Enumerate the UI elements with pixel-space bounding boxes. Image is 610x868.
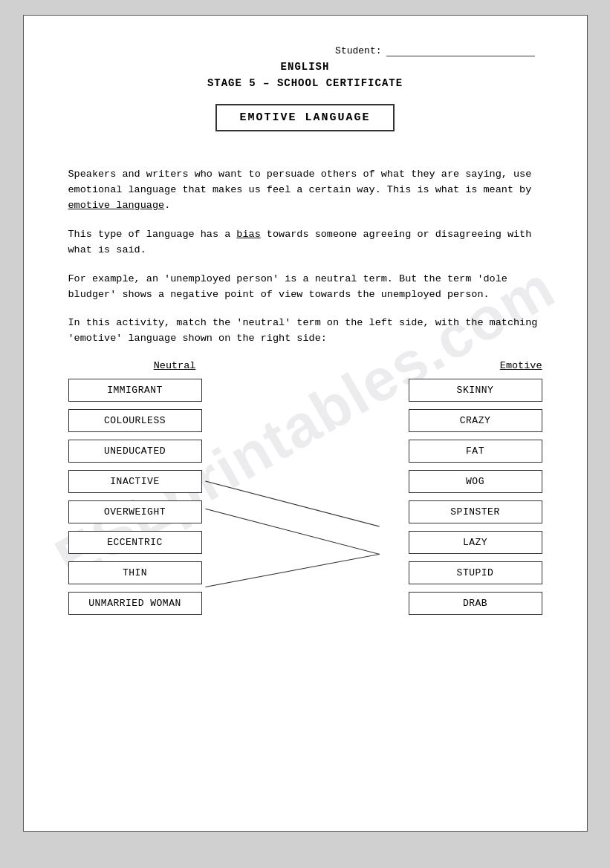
bias-underline: bias [236, 229, 260, 240]
neutral-word-uneducated: UNEDUCATED [68, 440, 202, 463]
emotive-word-spinster: SPINSTER [409, 500, 542, 523]
neutral-word-immigrant: IMMIGRANT [68, 379, 202, 402]
emotive-word-wog: WOG [409, 470, 542, 493]
neutral-word-eccentric: ECCENTRIC [68, 531, 202, 554]
emotive-word-stupid: STUPID [409, 561, 542, 584]
neutral-word-colourless: COLOURLESS [68, 409, 202, 432]
stage-title: STAGE 5 – SCHOOL CERTIFICATE [68, 77, 542, 89]
student-label: Student: [335, 45, 381, 56]
neutral-word-thin: THIN [68, 561, 202, 584]
subject-title: ENGLISH [68, 61, 542, 73]
emotive-word-drab: DRAB [409, 592, 542, 615]
emotive-word-crazy: CRAZY [409, 409, 542, 432]
emotive-column: Emotive SKINNY CRAZY FAT WOG SPINSTER LA… [328, 360, 542, 622]
matching-area: Neutral IMMIGRANT COLOURLESS UNEDUCATED … [68, 360, 542, 622]
paragraph-4: In this activity, match the 'neutral' te… [68, 316, 542, 347]
main-title: EMOTIVE LANGUAGE [215, 104, 394, 131]
emotive-word-lazy: LAZY [409, 531, 542, 554]
neutral-word-inactive: INACTIVE [68, 470, 202, 493]
neutral-column: Neutral IMMIGRANT COLOURLESS UNEDUCATED … [68, 360, 282, 622]
emotive-header: Emotive [500, 360, 542, 371]
neutral-word-overweight: OVERWEIGHT [68, 500, 202, 523]
activity-section: Neutral IMMIGRANT COLOURLESS UNEDUCATED … [68, 360, 542, 622]
paragraph-2: This type of language has a bias towards… [68, 227, 542, 258]
student-name-field[interactable] [386, 46, 535, 56]
emotive-language-underline: emotive language [68, 200, 165, 211]
emotive-word-fat: FAT [409, 440, 542, 463]
header-section: Student: ENGLISH STAGE 5 – SCHOOL CERTIF… [68, 45, 542, 152]
student-line: Student: [68, 45, 542, 56]
emotive-word-skinny: SKINNY [409, 379, 542, 402]
page-content: Student: ENGLISH STAGE 5 – SCHOOL CERTIF… [68, 45, 542, 622]
paragraph-1: Speakers and writers who want to persuad… [68, 167, 542, 214]
neutral-header: Neutral [68, 360, 282, 371]
neutral-word-unmarried-woman: UNMARRIED WOMAN [68, 592, 202, 615]
worksheet-page: ESLprintables.com Student: ENGLISH STAGE… [23, 15, 588, 832]
paragraph-3: For example, an 'unemployed person' is a… [68, 272, 542, 303]
